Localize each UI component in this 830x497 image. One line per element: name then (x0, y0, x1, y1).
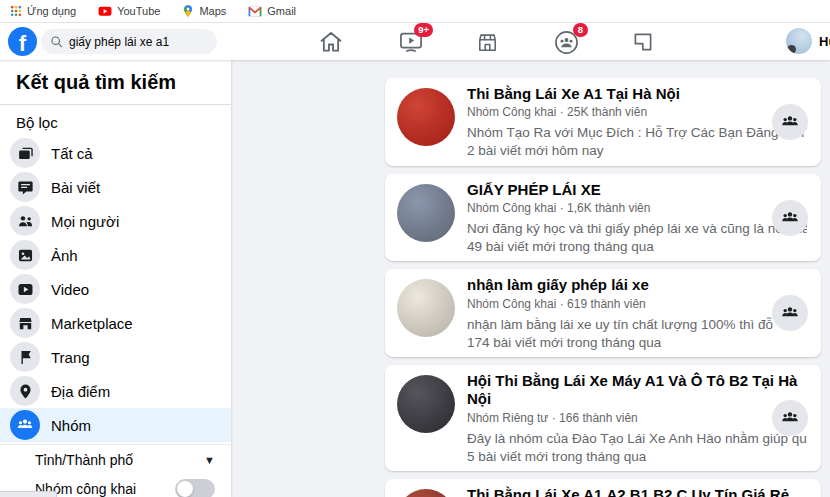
sidebar-item-label: Marketplace (51, 315, 133, 332)
group-people-icon (780, 303, 800, 323)
sidebar-item-marketplace[interactable]: Marketplace (0, 306, 231, 340)
bookmark-gmail[interactable]: Gmail (248, 5, 296, 17)
group-description: Nhóm Tạo Ra với Mục Đích : Hỗ Trợ Các Bạ… (467, 125, 807, 141)
join-group-button[interactable] (772, 104, 808, 140)
nav-groups[interactable]: 8 (543, 27, 589, 57)
browser-bookmarks-bar: Ứng dụng YouTube Maps Gmail (0, 0, 830, 23)
group-info: nhận làm giấy phép lái xe Nhóm Công khai… (467, 275, 807, 351)
sidebar-item-label: Video (51, 281, 89, 298)
sidebar-item-all[interactable]: Tất cả (0, 136, 231, 170)
marketplace-icon (475, 30, 500, 55)
group-title[interactable]: GIẤY PHÉP LÁI XE (467, 181, 799, 199)
public-groups-toggle[interactable] (175, 479, 215, 497)
search-sidebar: Kết quả tìm kiếm Bộ lọc Tất cả Bài viết … (0, 60, 231, 497)
notification-badge: 8 (573, 23, 588, 37)
bookmark-apps[interactable]: Ứng dụng (10, 5, 76, 17)
sidebar-item-label: Địa điểm (51, 383, 110, 400)
facebook-logo[interactable]: f (8, 27, 37, 56)
storefront-icon (10, 308, 40, 338)
filter-city-label: Tỉnh/Thành phố (35, 452, 133, 468)
photos-icon (10, 240, 40, 270)
filters-heading: Bộ lọc (0, 105, 231, 136)
group-meta: Nhóm Công khai · 619 thành viên (467, 297, 807, 312)
apps-grid-icon (10, 5, 22, 17)
group-avatar[interactable] (397, 279, 455, 337)
sidebar-filter-list: Tất cả Bài viết Mọi người Ảnh Video Mark… (0, 136, 231, 442)
toggle-knob (177, 481, 193, 497)
notification-badge: 9+ (414, 23, 433, 37)
nav-watch[interactable]: 9+ (388, 27, 434, 57)
search-icon (50, 35, 63, 48)
group-description: nhận làm bằng lái xe uy tín chất lượng 1… (467, 317, 807, 333)
join-group-button[interactable] (772, 200, 808, 236)
group-description: Đây là nhóm của Đào Tạo Lái Xe Anh Hào n… (467, 431, 807, 447)
nav-home[interactable] (308, 27, 354, 57)
group-info: Thi Bằng Lái Xe A1,A2,B1,B2,C Uy Tín Giá… (467, 485, 807, 497)
sidebar-item-posts[interactable]: Bài viết (0, 170, 231, 204)
posts-icon (10, 172, 40, 202)
facebook-header: f 9+ 8 Hư (0, 23, 830, 60)
sidebar-item-photos[interactable]: Ảnh (0, 238, 231, 272)
sidebar-item-places[interactable]: Địa điểm (0, 374, 231, 408)
group-activity: 174 bài viết mới trong tháng qua (467, 335, 807, 351)
group-activity: 49 bài viết mới trong tháng qua (467, 239, 807, 255)
search-pill[interactable] (41, 29, 217, 54)
sidebar-item-pages[interactable]: Trang (0, 340, 231, 374)
video-icon (10, 274, 40, 304)
nav-gaming[interactable] (620, 27, 666, 57)
group-result-card[interactable]: Hội Thi Bằng Lái Xe Máy A1 Và Ô Tô B2 Tạ… (385, 365, 821, 471)
gaming-icon (631, 30, 655, 54)
browser-status-stub (0, 491, 57, 497)
page-title: Kết quả tìm kiếm (0, 60, 231, 104)
sidebar-item-label: Nhóm (51, 417, 91, 434)
group-people-icon (780, 408, 800, 428)
group-title[interactable]: Thi Bằng Lái Xe A1,A2,B1,B2,C Uy Tín Giá… (467, 486, 799, 497)
bookmark-youtube[interactable]: YouTube (98, 5, 160, 17)
sidebar-item-video[interactable]: Video (0, 272, 231, 306)
group-avatar[interactable] (397, 375, 455, 433)
group-info: GIẤY PHÉP LÁI XE Nhóm Công khai · 1,6K t… (467, 180, 807, 256)
group-meta: Nhóm Công khai · 25K thành viên (467, 105, 807, 120)
group-people-icon (780, 208, 800, 228)
sidebar-item-label: Ảnh (51, 247, 78, 264)
results-list: Thi Bằng Lái Xe A1 Tại Hà Nội Nhóm Công … (385, 78, 821, 497)
profile-name: Hư (819, 34, 830, 49)
all-posts-icon (10, 138, 40, 168)
profile-chip[interactable]: Hư (786, 28, 830, 54)
join-group-button[interactable] (772, 400, 808, 436)
group-meta: Nhóm Riêng tư · 166 thành viên (467, 411, 807, 426)
filter-city-dropdown[interactable]: Tỉnh/Thành phố ▼ (0, 445, 231, 474)
group-result-card[interactable]: nhận làm giấy phép lái xe Nhóm Công khai… (385, 269, 821, 357)
group-description: Nơi đăng ký học và thi giấy phép lái xe … (467, 221, 807, 237)
group-people-icon (10, 410, 40, 440)
join-group-button[interactable] (772, 295, 808, 331)
home-icon (318, 29, 344, 55)
group-avatar[interactable] (397, 489, 455, 497)
search-input[interactable] (69, 35, 208, 49)
group-title[interactable]: nhận làm giấy phép lái xe (467, 276, 799, 294)
results-area: Thi Bằng Lái Xe A1 Tại Hà Nội Nhóm Công … (231, 60, 830, 497)
group-activity: 2 bài viết mới hôm nay (467, 143, 807, 159)
sidebar-item-groups[interactable]: Nhóm (0, 408, 231, 442)
bookmark-label: Maps (199, 5, 226, 17)
people-icon (10, 206, 40, 236)
group-meta: Nhóm Công khai · 1,6K thành viên (467, 201, 807, 216)
sidebar-item-label: Tất cả (51, 145, 93, 162)
sidebar-item-label: Trang (51, 349, 90, 366)
group-result-card[interactable]: Thi Bằng Lái Xe A1,A2,B1,B2,C Uy Tín Giá… (385, 479, 821, 497)
group-info: Hội Thi Bằng Lái Xe Máy A1 Và Ô Tô B2 Tạ… (467, 371, 807, 465)
group-result-card[interactable]: Thi Bằng Lái Xe A1 Tại Hà Nội Nhóm Công … (385, 78, 821, 166)
group-avatar[interactable] (397, 184, 455, 242)
group-avatar[interactable] (397, 88, 455, 146)
sidebar-item-people[interactable]: Mọi người (0, 204, 231, 238)
bookmark-label: Gmail (267, 5, 296, 17)
bookmark-label: Ứng dụng (27, 5, 76, 17)
group-activity: 5 bài viết mới trong tháng qua (467, 449, 807, 465)
group-info: Thi Bằng Lái Xe A1 Tại Hà Nội Nhóm Công … (467, 84, 807, 160)
group-result-card[interactable]: GIẤY PHÉP LÁI XE Nhóm Công khai · 1,6K t… (385, 174, 821, 262)
bookmark-maps[interactable]: Maps (182, 4, 226, 18)
group-title[interactable]: Hội Thi Bằng Lái Xe Máy A1 Và Ô Tô B2 Tạ… (467, 372, 799, 409)
group-title[interactable]: Thi Bằng Lái Xe A1 Tại Hà Nội (467, 85, 799, 103)
nav-marketplace[interactable] (464, 27, 510, 57)
pin-icon (10, 376, 40, 406)
